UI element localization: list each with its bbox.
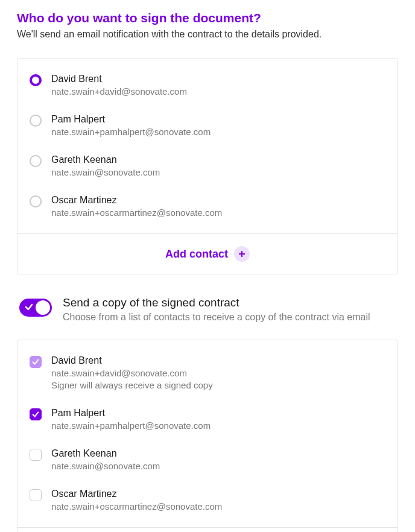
recipients-panel-footer: Add contact: [17, 527, 398, 532]
signer-text: Gareth Keenannate.swain@sonovate.com: [51, 154, 160, 179]
signer-radio[interactable]: [30, 74, 42, 86]
add-contact-label: Add contact: [165, 248, 228, 261]
contact-name: Pam Halpert: [51, 407, 211, 420]
contact-email: nate.swain+oscarmartinez@sonovate.com: [51, 501, 222, 513]
recipient-row: David Brentnate.swain+david@sonovate.com…: [30, 350, 385, 402]
page-subtitle: We'll send an email notification with th…: [17, 29, 398, 40]
contact-name: Oscar Martinez: [51, 194, 222, 207]
contact-name: David Brent: [51, 355, 213, 367]
contact-name: Gareth Keenan: [51, 154, 160, 166]
recipient-checkbox[interactable]: [30, 489, 42, 501]
signer-row: David Brentnate.swain+david@sonovate.com: [30, 68, 385, 109]
signers-list: David Brentnate.swain+david@sonovate.com…: [17, 59, 398, 233]
recipient-row: Gareth Keenannate.swain@sonovate.com: [30, 443, 385, 483]
signer-row: Oscar Martineznate.swain+oscarmartinez@s…: [30, 189, 385, 230]
signer-radio[interactable]: [30, 195, 42, 207]
copy-toggle-section: Send a copy of the signed contract Choos…: [19, 296, 396, 324]
recipient-row: Pam Halpertnate.swain+pamhalpert@sonovat…: [30, 402, 385, 443]
contact-email: nate.swain+pamhalpert@sonovate.com: [51, 126, 211, 138]
send-copy-toggle[interactable]: [19, 299, 52, 317]
add-contact-button[interactable]: Add contact: [165, 246, 250, 262]
contact-email: nate.swain@sonovate.com: [51, 460, 160, 472]
signer-text: Pam Halpertnate.swain+pamhalpert@sonovat…: [51, 113, 211, 138]
contact-name: Oscar Martinez: [51, 488, 222, 501]
contact-email: nate.swain+pamhalpert@sonovate.com: [51, 420, 211, 432]
recipient-checkbox[interactable]: [30, 408, 42, 420]
signer-text: Oscar Martineznate.swain+oscarmartinez@s…: [51, 194, 222, 219]
recipient-row: Oscar Martineznate.swain+oscarmartinez@s…: [30, 483, 385, 524]
signer-radio[interactable]: [30, 115, 42, 127]
recipient-checkbox: [30, 356, 42, 368]
recipient-text: David Brentnate.swain+david@sonovate.com…: [51, 355, 213, 391]
recipients-panel: David Brentnate.swain+david@sonovate.com…: [17, 340, 398, 532]
toggle-knob: [36, 300, 50, 315]
signers-panel-footer: Add contact: [17, 233, 398, 274]
recipient-text: Pam Halpertnate.swain+pamhalpert@sonovat…: [51, 407, 211, 432]
signer-radio[interactable]: [30, 155, 42, 167]
contact-name: Gareth Keenan: [51, 448, 160, 460]
signer-text: David Brentnate.swain+david@sonovate.com: [51, 73, 187, 98]
toggle-title: Send a copy of the signed contract: [63, 296, 370, 309]
recipient-checkbox[interactable]: [30, 449, 42, 461]
contact-note: Signer will always receive a signed copy: [51, 379, 213, 391]
recipients-list: David Brentnate.swain+david@sonovate.com…: [17, 340, 398, 527]
contact-name: Pam Halpert: [51, 113, 211, 126]
page-title: Who do you want to sign the document?: [17, 11, 398, 25]
signer-row: Gareth Keenannate.swain@sonovate.com: [30, 149, 385, 189]
signers-panel: David Brentnate.swain+david@sonovate.com…: [17, 58, 398, 274]
contact-email: nate.swain+oscarmartinez@sonovate.com: [51, 207, 222, 219]
contact-email: nate.swain+david@sonovate.com: [51, 367, 213, 379]
recipient-text: Gareth Keenannate.swain@sonovate.com: [51, 448, 160, 472]
contact-name: David Brent: [51, 73, 187, 86]
recipient-text: Oscar Martineznate.swain+oscarmartinez@s…: [51, 488, 222, 513]
toggle-description: Choose from a list of contacts to receiv…: [63, 311, 370, 324]
plus-icon: [234, 246, 250, 262]
contact-email: nate.swain@sonovate.com: [51, 166, 160, 179]
check-icon: [25, 303, 33, 314]
signer-row: Pam Halpertnate.swain+pamhalpert@sonovat…: [30, 109, 385, 149]
contact-email: nate.swain+david@sonovate.com: [51, 86, 187, 98]
